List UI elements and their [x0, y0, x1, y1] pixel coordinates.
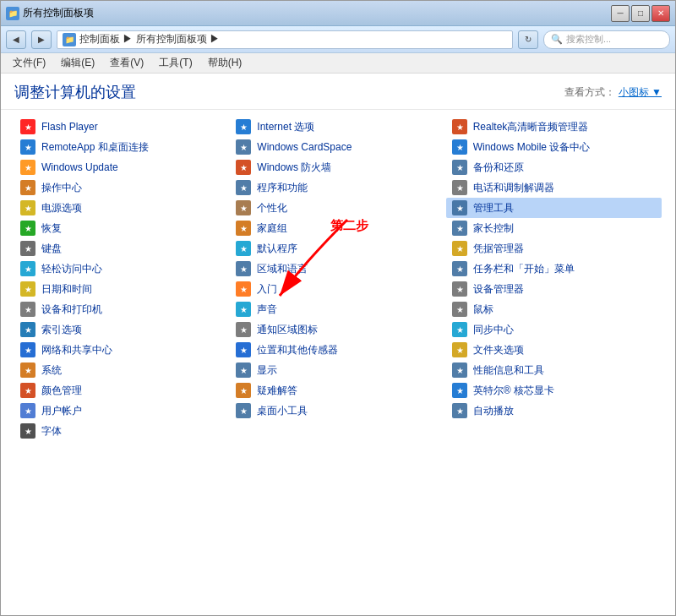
svg-text:★: ★	[25, 386, 32, 395]
ctrl-item[interactable]: ★ 索引选项	[14, 319, 230, 340]
ctrl-item-label: 显示	[257, 363, 277, 378]
svg-text:★: ★	[455, 163, 463, 172]
ctrl-item[interactable]: ★ 网络和共享中心	[14, 340, 230, 360]
ctrl-item[interactable]: ★ Windows 防火墙	[230, 157, 445, 177]
ctrl-item-icon: ★	[235, 362, 252, 379]
ctrl-item[interactable]: ★ Flash Player	[14, 117, 230, 137]
minimize-button[interactable]: ─	[611, 5, 630, 22]
menu-help[interactable]: 帮助(H)	[201, 54, 249, 72]
menu-tools[interactable]: 工具(T)	[152, 54, 199, 72]
ctrl-item[interactable]: ★ 日期和时间	[14, 279, 230, 299]
ctrl-item[interactable]: ★ 同步中心	[446, 319, 662, 340]
ctrl-item[interactable]: ★ 设备和打印机	[14, 299, 230, 319]
ctrl-item-label: Windows Update	[41, 161, 118, 173]
ctrl-item-label: 颜色管理	[41, 384, 82, 398]
menu-view[interactable]: 查看(V)	[103, 54, 150, 72]
ctrl-item[interactable]: ★ 文件夹选项	[446, 340, 662, 360]
ctrl-item-label: 系统	[41, 363, 62, 378]
menu-edit[interactable]: 编辑(E)	[54, 54, 101, 72]
ctrl-item[interactable]: ★ 备份和还原	[446, 157, 662, 177]
ctrl-item[interactable]: ★ 个性化	[230, 198, 445, 218]
ctrl-item[interactable]: ★ 恢复	[14, 218, 230, 238]
ctrl-item[interactable]: ★ 用户帐户	[14, 401, 230, 421]
ctrl-item[interactable]	[446, 421, 662, 441]
ctrl-item-icon: ★	[235, 321, 252, 338]
address-field[interactable]: 📁 控制面板 ▶ 所有控制面板项 ▶	[57, 30, 513, 49]
content-header: 调整计算机的设置 查看方式： 小图标 ▼	[1, 74, 675, 110]
ctrl-item-icon: ★	[19, 402, 36, 419]
ctrl-item[interactable]: ★ 性能信息和工具	[446, 360, 662, 380]
ctrl-item[interactable]: ★ 家长控制	[446, 218, 662, 238]
svg-text:★: ★	[455, 183, 463, 193]
ctrl-item-icon: ★	[19, 362, 36, 379]
ctrl-item[interactable]: ★ 声音	[230, 299, 445, 319]
ctrl-item-label: 鼠标	[473, 303, 493, 317]
ctrl-item[interactable]: ★ 字体	[14, 421, 230, 441]
ctrl-item[interactable]: ★ Windows Mobile 设备中心	[446, 137, 662, 157]
ctrl-item[interactable]: ★ Windows Update	[14, 157, 230, 177]
ctrl-item-label: 恢复	[41, 221, 62, 236]
ctrl-item[interactable]: ★ 入门	[230, 279, 445, 299]
svg-text:★: ★	[455, 305, 463, 314]
ctrl-item[interactable]: ★ 电话和调制解调器	[446, 177, 662, 198]
ctrl-item[interactable]: ★ 任务栏和「开始」菜单	[446, 259, 662, 279]
ctrl-item[interactable]: ★ RemoteApp 和桌面连接	[14, 137, 230, 157]
ctrl-item[interactable]: ★ 英特尔® 核芯显卡	[446, 380, 662, 401]
svg-text:★: ★	[25, 123, 32, 132]
ctrl-item[interactable]: ★ 默认程序	[230, 238, 445, 259]
svg-text:★: ★	[25, 244, 32, 253]
ctrl-item-label: 区域和语言	[257, 262, 308, 276]
svg-text:★: ★	[240, 264, 248, 274]
ctrl-item[interactable]: ★ 设备管理器	[446, 279, 662, 299]
ctrl-item[interactable]: ★ 凭据管理器	[446, 238, 662, 259]
ctrl-item[interactable]: ★ 家庭组	[230, 218, 445, 238]
refresh-button[interactable]: ↻	[518, 30, 538, 49]
ctrl-item[interactable]	[230, 421, 445, 441]
ctrl-item[interactable]: ★ Windows CardSpace	[230, 137, 445, 157]
ctrl-item[interactable]: ★ 系统	[14, 360, 230, 380]
ctrl-item[interactable]: ★ 位置和其他传感器	[230, 340, 445, 360]
ctrl-item[interactable]: ★ 桌面小工具	[230, 401, 445, 421]
ctrl-item[interactable]: ★ 显示	[230, 360, 445, 380]
ctrl-item[interactable]: ★ 电源选项	[14, 198, 230, 218]
ctrl-item[interactable]: ★ 键盘	[14, 238, 230, 259]
ctrl-item-label: 索引选项	[41, 323, 82, 337]
ctrl-item-icon: ★	[451, 281, 468, 297]
ctrl-item[interactable]: ★ 轻松访问中心	[14, 259, 230, 279]
ctrl-item-label: 声音	[257, 303, 277, 317]
ctrl-item-icon: ★	[451, 341, 468, 358]
ctrl-item[interactable]: ★ 自动播放	[446, 401, 662, 421]
view-options: 查看方式： 小图标 ▼	[564, 85, 662, 100]
ctrl-item[interactable]: ★ 程序和功能	[230, 177, 445, 198]
title-bar-left: 📁 所有控制面板项	[6, 6, 94, 20]
ctrl-item-label: Realtek高清晰音频管理器	[473, 120, 589, 134]
ctrl-item-label: 电话和调制解调器	[473, 181, 554, 195]
ctrl-item[interactable]: ★ 操作中心	[14, 177, 230, 198]
ctrl-item-label: Windows CardSpace	[257, 141, 352, 153]
maximize-button[interactable]: □	[631, 5, 650, 22]
view-mode-selector[interactable]: 小图标 ▼	[619, 85, 662, 100]
ctrl-item-icon: ★	[19, 301, 36, 318]
items-grid: ★ Flash Player ★ Internet 选项 ★ Realtek高清…	[1, 110, 675, 615]
svg-text:★: ★	[25, 264, 32, 274]
ctrl-item[interactable]: ★ 管理工具	[446, 198, 662, 218]
ctrl-item[interactable]: ★ Realtek高清晰音频管理器	[446, 117, 662, 137]
ctrl-item-icon: ★	[451, 179, 468, 196]
ctrl-item[interactable]: ★ 颜色管理	[14, 380, 230, 401]
menu-file[interactable]: 文件(F)	[6, 54, 52, 72]
ctrl-item[interactable]: ★ 通知区域图标	[230, 319, 445, 340]
svg-text:★: ★	[240, 123, 248, 132]
forward-button[interactable]: ▶	[31, 30, 52, 49]
ctrl-item[interactable]: ★ 区域和语言	[230, 259, 445, 279]
svg-text:★: ★	[240, 143, 248, 152]
ctrl-item[interactable]: ★ Internet 选项	[230, 117, 445, 137]
ctrl-item[interactable]: ★ 疑难解答	[230, 380, 445, 401]
close-button[interactable]: ✕	[651, 5, 670, 22]
search-box[interactable]: 🔍 搜索控制...	[543, 30, 670, 49]
view-label: 查看方式：	[564, 85, 615, 100]
ctrl-item-label: 备份和还原	[473, 161, 524, 175]
ctrl-item-icon: ★	[451, 402, 468, 419]
back-button[interactable]: ◀	[6, 30, 26, 49]
ctrl-item[interactable]: ★ 鼠标	[446, 299, 662, 319]
svg-text:★: ★	[240, 183, 248, 193]
